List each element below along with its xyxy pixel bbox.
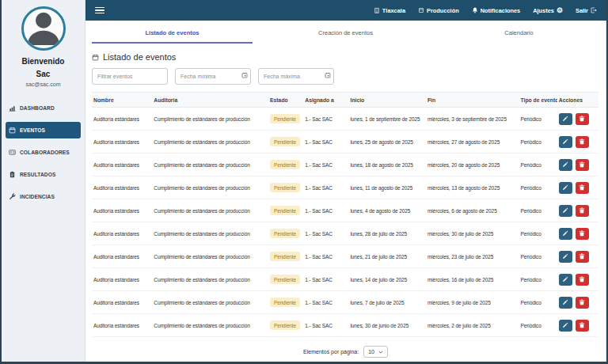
sidebar-item-colaboradores[interactable]: COLABORADORES — [6, 144, 81, 161]
sidebar-item-eventos[interactable]: EVENTOS — [6, 122, 81, 138]
table-row: Auditoría estándaresCumplimiento de está… — [92, 108, 598, 131]
edit-button[interactable] — [559, 113, 572, 125]
delete-button[interactable] — [576, 274, 589, 286]
edit-button[interactable] — [559, 182, 572, 194]
assigned-cell: 1.- Sac SAC — [303, 314, 348, 337]
status-cell: Pendiente — [268, 154, 303, 176]
event-name-cell: Auditoría estándares — [92, 314, 152, 337]
actions-cell — [557, 245, 598, 268]
tab-listado-de-eventos[interactable]: Listado de eventos — [86, 21, 259, 44]
status-cell: Pendiente — [268, 245, 303, 268]
status-cell: Pendiente — [268, 131, 303, 154]
date-max-input[interactable] — [258, 68, 334, 85]
sidebar: Bienvenido Sac sac@sac.com DASHBOARDEVEN… — [2, 0, 86, 362]
per-page-label: Elementos por página: — [303, 349, 359, 355]
status-cell: Pendiente — [268, 291, 303, 314]
event-type-cell: Periódico — [519, 314, 557, 337]
table-row: Auditoría estándaresCumplimiento de está… — [92, 291, 598, 314]
actions-cell — [557, 222, 598, 245]
tab-calendario[interactable]: Calendario — [432, 21, 606, 44]
actions-cell — [557, 176, 598, 199]
audit-cell: Cumplimiento de estándares de producción — [152, 314, 268, 337]
filters-row — [86, 67, 606, 92]
edit-button[interactable] — [559, 136, 572, 148]
nav-settings[interactable]: Ajustes ⚙ — [533, 7, 563, 14]
delete-button[interactable] — [576, 205, 589, 217]
status-cell: Pendiente — [268, 108, 303, 131]
app-window: Bienvenido Sac sac@sac.com DASHBOARDEVEN… — [0, 0, 608, 364]
nav-environment[interactable]: Producción — [418, 7, 459, 14]
table-row: Auditoría estándaresCumplimiento de está… — [92, 176, 598, 199]
date-max-field — [258, 67, 334, 85]
edit-button[interactable] — [559, 274, 572, 286]
status-cell: Pendiente — [268, 268, 303, 291]
delete-button[interactable] — [576, 228, 589, 240]
sidebar-item-label: INCIDENCIAS — [20, 194, 55, 199]
date-min-input[interactable] — [175, 68, 251, 85]
date-min-field — [175, 67, 251, 85]
tab-label: Calendario — [504, 29, 533, 36]
sidebar-item-resultados[interactable]: RESULTADOS — [6, 166, 81, 183]
nav-logout-label: Salir — [576, 7, 588, 14]
nav-notifications[interactable]: Notificaciones — [472, 7, 521, 14]
nav-logout[interactable]: Salir — [576, 7, 597, 14]
sidebar-item-incidencias[interactable]: INCIDENCIAS — [6, 188, 81, 205]
assigned-cell: 1.- Sac SAC — [303, 176, 348, 199]
actions-cell — [557, 314, 598, 337]
edit-button[interactable] — [559, 159, 572, 171]
event-name-cell: Auditoría estándares — [92, 176, 152, 199]
assigned-cell: 1.- Sac SAC — [303, 154, 348, 176]
edit-button[interactable] — [559, 297, 572, 309]
calendar-icon — [9, 127, 16, 134]
filter-events-input[interactable] — [92, 68, 168, 85]
event-name-cell: Auditoría estándares — [92, 199, 152, 222]
audit-cell: Cumplimiento de estándares de producción — [152, 222, 268, 245]
per-page-row: Elementos por página: 10 — [86, 346, 606, 358]
end-date-cell: miércoles, 30 de julio de 2025 — [426, 222, 519, 245]
nav-settings-label: Ajustes — [533, 7, 554, 14]
delete-button[interactable] — [576, 251, 589, 263]
user-profile: Bienvenido Sac sac@sac.com — [2, 0, 85, 90]
edit-button[interactable] — [559, 228, 572, 240]
audit-cell: Cumplimiento de estándares de producción — [152, 245, 268, 268]
column-header-fin: Fin — [426, 93, 519, 108]
nav-environment-label: Producción — [427, 7, 459, 14]
event-type-cell: Periódico — [519, 154, 557, 176]
column-header-inicio: Inicio — [349, 93, 426, 108]
status-badge: Pendiente — [270, 137, 300, 146]
delete-button[interactable] — [576, 136, 589, 148]
person-silhouette-icon — [24, 6, 63, 48]
event-type-cell: Periódico — [519, 131, 557, 154]
audit-cell: Cumplimiento de estándares de producción — [152, 131, 268, 154]
assigned-cell: 1.- Sac SAC — [303, 199, 348, 222]
actions-cell — [557, 154, 598, 176]
bell-icon — [472, 7, 478, 13]
delete-button[interactable] — [576, 182, 589, 194]
delete-button[interactable] — [576, 320, 589, 332]
delete-button[interactable] — [576, 113, 589, 125]
nav-location-label: Tlaxcala — [382, 7, 405, 14]
tab-creaci-n-de-eventos[interactable]: Creación de eventos — [259, 21, 432, 44]
event-name-cell: Auditoría estándares — [92, 245, 152, 268]
delete-button[interactable] — [576, 297, 589, 309]
clipboard-icon — [9, 171, 16, 178]
delete-button[interactable] — [576, 159, 589, 171]
column-header-tipo-de-evento: Tipo de evento — [519, 93, 557, 108]
pagination-block: Elementos por página: 10 Mostrando 1 - 1… — [86, 337, 606, 364]
table-row: Auditoría estándaresCumplimiento de está… — [92, 314, 598, 337]
sidebar-item-dashboard[interactable]: DASHBOARD — [6, 100, 81, 116]
per-page-select[interactable]: 10 — [363, 346, 388, 358]
nav-location[interactable]: Tlaxcala — [374, 7, 405, 14]
edit-button[interactable] — [559, 205, 572, 217]
per-page-value: 10 — [368, 349, 374, 355]
end-date-cell: miércoles, 9 de julio de 2025 — [426, 291, 519, 314]
start-date-cell: lunes, 14 de julio de 2025 — [349, 268, 426, 291]
status-cell: Pendiente — [268, 176, 303, 199]
event-type-cell: Periódico — [519, 108, 557, 131]
tab-label: Creación de eventos — [318, 29, 373, 36]
edit-button[interactable] — [559, 320, 572, 332]
menu-toggle-icon[interactable] — [93, 6, 106, 16]
end-date-cell: miércoles, 27 de agosto de 2025 — [426, 131, 519, 154]
column-header-asignado-a: Asignado a — [303, 93, 348, 108]
edit-button[interactable] — [559, 251, 572, 263]
